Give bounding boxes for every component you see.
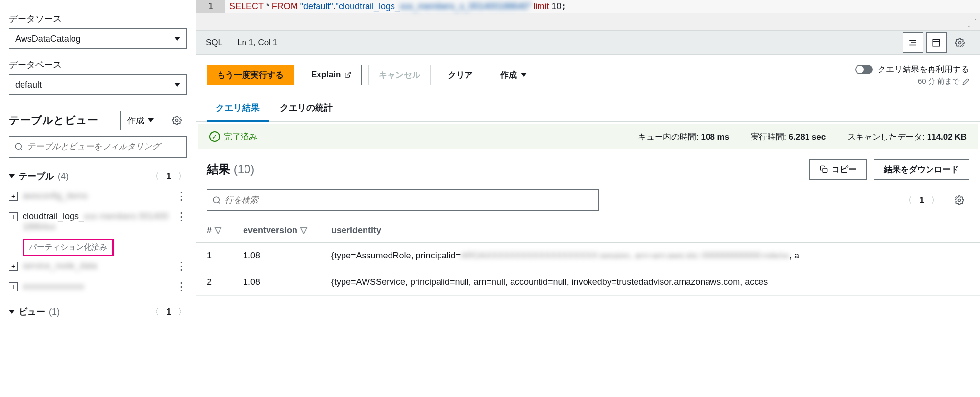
table-row[interactable]: + service_node_data ⋮ xyxy=(9,256,187,277)
external-link-icon xyxy=(344,71,351,78)
sql-code[interactable]: SELECT * FROM "default"."cloudtrail_logs… xyxy=(225,0,980,13)
more-icon[interactable]: ⋮ xyxy=(176,261,187,272)
next-page[interactable]: 〉 xyxy=(178,306,187,318)
caret-down-icon xyxy=(9,310,15,314)
gear-icon[interactable] xyxy=(950,32,970,53)
editor-lang: SQL xyxy=(206,38,222,47)
svg-line-12 xyxy=(218,202,220,203)
views-section-toggle[interactable]: ビュー (1) xyxy=(9,306,60,318)
expand-icon[interactable]: + xyxy=(9,212,18,221)
database-select[interactable]: default xyxy=(9,74,187,95)
edit-icon[interactable] xyxy=(962,78,969,85)
prev-page[interactable]: 〈 xyxy=(150,306,159,318)
results-filter-input[interactable] xyxy=(225,195,593,205)
copy-button[interactable]: コピー xyxy=(809,159,867,180)
status-banner: ✓完了済み キュー内の時間: 108 ms 実行時間: 6.281 sec スキ… xyxy=(198,124,978,149)
format-icon[interactable] xyxy=(903,32,923,53)
next-page[interactable]: 〉 xyxy=(178,170,187,182)
col-useridentity[interactable]: useridentity xyxy=(320,218,980,243)
svg-line-9 xyxy=(347,72,350,75)
create-button[interactable]: 作成 xyxy=(490,65,537,85)
run-button[interactable]: もう一度実行する xyxy=(207,65,294,85)
clear-button[interactable]: クリア xyxy=(438,65,483,85)
chevron-down-icon xyxy=(174,37,180,41)
prev-page[interactable]: 〈 xyxy=(904,194,912,206)
more-icon[interactable]: ⋮ xyxy=(176,281,187,292)
svg-point-0 xyxy=(176,119,178,122)
datasource-label: データソース xyxy=(9,13,187,24)
expand-icon[interactable]: + xyxy=(9,262,18,271)
explain-button[interactable]: Explain xyxy=(301,65,362,85)
chevron-down-icon xyxy=(148,118,154,122)
resize-handle[interactable]: ⋰ xyxy=(967,17,977,28)
result-row[interactable]: 1 1.08 {type=AssumedRole, principalid=AR… xyxy=(196,243,980,269)
sql-editor[interactable]: 1 SELECT * FROM "default"."cloudtrail_lo… xyxy=(196,0,980,30)
database-label: データベース xyxy=(9,59,187,70)
svg-point-8 xyxy=(959,42,961,44)
tables-section-toggle[interactable]: テーブル (4) xyxy=(9,170,69,182)
download-button[interactable]: 結果をダウンロード xyxy=(874,159,969,180)
table-row[interactable]: + cloudtrail_logs_xxx members 0014001886… xyxy=(9,207,187,237)
col-eventversion[interactable]: eventversion▽ xyxy=(232,218,320,243)
line-number: 1 xyxy=(196,0,225,13)
create-table-button[interactable]: 作成 xyxy=(120,111,161,130)
page-number: 1 xyxy=(166,171,171,182)
check-icon: ✓ xyxy=(209,131,220,142)
svg-point-11 xyxy=(213,197,219,203)
svg-line-2 xyxy=(20,148,22,150)
svg-point-1 xyxy=(15,143,21,149)
table-row[interactable]: + awsconfig_items ⋮ xyxy=(9,186,187,207)
svg-rect-10 xyxy=(823,168,827,173)
cancel-button: キャンセル xyxy=(368,65,431,85)
tab-results[interactable]: クエリ結果 xyxy=(207,95,269,122)
tables-filter[interactable] xyxy=(9,136,187,158)
table-row[interactable]: + xxxxxxxxxxxxxx ⋮ xyxy=(9,277,187,297)
search-icon xyxy=(14,142,23,151)
tables-views-heading: テーブルとビュー xyxy=(9,113,98,128)
gear-icon[interactable] xyxy=(167,111,187,130)
cursor-position: Ln 1, Col 1 xyxy=(237,38,277,47)
svg-rect-6 xyxy=(933,39,940,46)
tables-filter-input[interactable] xyxy=(27,142,181,152)
datasource-select[interactable]: AwsDataCatalog xyxy=(9,28,187,49)
col-index[interactable]: #▽ xyxy=(196,218,232,243)
layout-icon[interactable] xyxy=(926,32,947,53)
expand-icon[interactable]: + xyxy=(9,282,18,291)
chevron-down-icon xyxy=(174,83,180,87)
partitioned-badge: パーティション化済み xyxy=(23,239,114,256)
expand-icon[interactable]: + xyxy=(9,192,18,201)
next-page[interactable]: 〉 xyxy=(931,194,940,206)
prev-page[interactable]: 〈 xyxy=(150,170,159,182)
chevron-down-icon xyxy=(521,73,527,77)
tab-stats[interactable]: クエリの統計 xyxy=(271,95,342,121)
result-row[interactable]: 2 1.08 {type=AWSService, principalid=nul… xyxy=(196,269,980,296)
results-heading: 結果 (10) xyxy=(207,162,254,177)
search-icon xyxy=(212,196,221,205)
results-filter[interactable] xyxy=(207,189,599,211)
svg-point-13 xyxy=(958,199,961,202)
gear-icon[interactable] xyxy=(950,190,969,210)
caret-down-icon xyxy=(9,174,15,178)
datasource-value: AwsDataCatalog xyxy=(15,34,81,44)
reuse-results-toggle[interactable] xyxy=(855,65,873,74)
database-value: default xyxy=(15,80,42,90)
more-icon[interactable]: ⋮ xyxy=(176,211,187,222)
more-icon[interactable]: ⋮ xyxy=(176,191,187,202)
copy-icon xyxy=(820,165,828,173)
results-table: #▽ eventversion▽ useridentity 1 1.08 {ty… xyxy=(196,218,980,296)
